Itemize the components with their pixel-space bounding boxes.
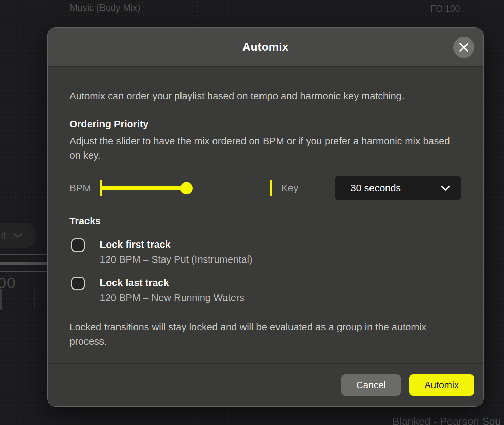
bpm-key-slider[interactable] <box>100 176 272 200</box>
chevron-down-icon <box>14 233 22 238</box>
dialog-body: Automix can order your playlist based on… <box>48 89 483 348</box>
lock-first-track-checkbox[interactable] <box>71 238 85 252</box>
tracks-heading: Tracks <box>69 214 461 228</box>
close-icon <box>459 42 469 52</box>
background-timeline-tick <box>0 289 2 310</box>
lock-last-track-label: Lock last track <box>100 276 244 290</box>
dialog-header: Automix <box>48 28 483 67</box>
transition-duration-select[interactable]: 30 seconds <box>335 176 461 200</box>
ordering-slider-row: BPM Key 30 seconds <box>69 176 461 200</box>
background-fo-value: FO 100 <box>430 3 460 14</box>
automix-description: Automix can order your playlist based on… <box>69 89 461 103</box>
cancel-button[interactable]: Cancel <box>341 374 401 396</box>
slider-track-fill <box>101 186 187 190</box>
lock-first-track-label: Lock first track <box>100 237 252 252</box>
automix-submit-button[interactable]: Automix <box>409 374 474 396</box>
background-edit-pill: it <box>0 223 37 248</box>
dialog-footer: Cancel Automix <box>48 363 483 406</box>
transition-duration-value: 30 seconds <box>350 183 441 194</box>
background-next-track-title: Blanked - Pearson Sou <box>392 415 501 425</box>
slider-key-label: Key <box>281 183 298 194</box>
background-timeline-tick <box>34 290 35 309</box>
chevron-down-icon <box>441 185 450 191</box>
background-edit-pill-label: it <box>1 230 6 241</box>
background-timeline-number: 00 <box>0 274 16 292</box>
background-timeline-line <box>0 271 47 272</box>
first-track-detail: 120 BPM – Stay Put (Instrumental) <box>100 252 252 267</box>
lock-last-track-checkbox[interactable] <box>71 277 85 290</box>
background-timeline-line <box>0 262 47 265</box>
slider-bpm-label: BPM <box>69 183 91 194</box>
last-track-detail: 120 BPM – New Running Waters <box>100 290 244 305</box>
locked-transitions-note: Locked transitions will stay locked and … <box>69 320 451 348</box>
dialog-title: Automix <box>242 41 289 53</box>
background-timeline-line <box>0 254 47 255</box>
slider-max-tick <box>270 180 272 196</box>
lock-last-track-row: Lock last track 120 BPM – New Running Wa… <box>69 276 461 305</box>
slider-handle[interactable] <box>180 182 193 194</box>
automix-dialog: Automix Automix can order your playlist … <box>47 27 484 407</box>
background-track-title: Music (Body Mix) <box>70 3 140 13</box>
lock-first-track-row: Lock first track 120 BPM – Stay Put (Ins… <box>69 237 461 267</box>
close-button[interactable] <box>453 37 474 58</box>
ordering-priority-heading: Ordering Priority <box>69 117 461 131</box>
ordering-priority-description: Adjust the slider to have the mix ordere… <box>69 134 458 162</box>
